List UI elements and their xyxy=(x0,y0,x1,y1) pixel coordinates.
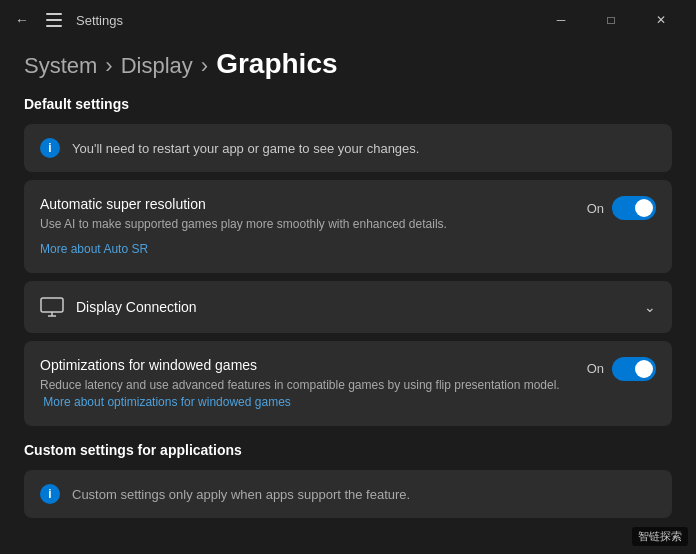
default-settings-title: Default settings xyxy=(24,96,672,112)
minimize-button[interactable]: ─ xyxy=(538,5,584,35)
windowed-games-toggle[interactable] xyxy=(612,357,656,381)
custom-info-icon: i xyxy=(40,484,60,504)
breadcrumb-sep1: › xyxy=(105,53,112,79)
title-bar-left: ← Settings xyxy=(12,10,123,30)
back-button[interactable]: ← xyxy=(12,10,32,30)
custom-settings-title: Custom settings for applications xyxy=(24,442,672,458)
auto-super-resolution-card: Automatic super resolution Use AI to mak… xyxy=(24,180,672,273)
windowed-games-link[interactable]: More about optimizations for windowed ga… xyxy=(43,395,290,409)
svg-rect-0 xyxy=(46,13,62,15)
auto-sr-toggle[interactable] xyxy=(612,196,656,220)
display-connection-left: Display Connection xyxy=(40,297,197,317)
info-card: i You'll need to restart your app or gam… xyxy=(24,124,672,172)
chevron-down-icon: ⌄ xyxy=(644,299,656,315)
info-icon: i xyxy=(40,138,60,158)
windowed-games-desc: Reduce latency and use advanced features… xyxy=(40,377,571,411)
main-content: Default settings i You'll need to restar… xyxy=(0,96,696,546)
svg-rect-3 xyxy=(41,298,63,312)
auto-sr-text: Automatic super resolution Use AI to mak… xyxy=(40,196,587,257)
windowed-games-card: Optimizations for windowed games Reduce … xyxy=(24,341,672,427)
custom-settings-info-card: i Custom settings only apply when apps s… xyxy=(24,470,672,518)
svg-rect-2 xyxy=(46,25,62,27)
breadcrumb-current: Graphics xyxy=(216,48,337,80)
custom-info-text: Custom settings only apply when apps sup… xyxy=(72,487,410,502)
breadcrumb-sep2: › xyxy=(201,53,208,79)
auto-sr-toggle-group: On xyxy=(587,196,656,220)
watermark: 智链探索 xyxy=(632,527,688,546)
windowed-games-toggle-group: On xyxy=(587,357,656,381)
svg-rect-1 xyxy=(46,19,62,21)
maximize-button[interactable]: □ xyxy=(588,5,634,35)
close-button[interactable]: ✕ xyxy=(638,5,684,35)
windowed-games-toggle-label: On xyxy=(587,361,604,376)
windowed-games-text: Optimizations for windowed games Reduce … xyxy=(40,357,587,411)
auto-sr-toggle-label: On xyxy=(587,201,604,216)
window-controls: ─ □ ✕ xyxy=(538,5,684,35)
windowed-games-title: Optimizations for windowed games xyxy=(40,357,571,373)
display-connection-title: Display Connection xyxy=(76,299,197,315)
auto-sr-link[interactable]: More about Auto SR xyxy=(40,242,148,256)
display-connection-card[interactable]: Display Connection ⌄ xyxy=(24,281,672,333)
display-connection-expand[interactable]: Display Connection ⌄ xyxy=(24,281,672,333)
breadcrumb-display[interactable]: Display xyxy=(121,53,193,79)
info-text: You'll need to restart your app or game … xyxy=(72,141,419,156)
hamburger-icon[interactable] xyxy=(44,10,64,30)
breadcrumb-system[interactable]: System xyxy=(24,53,97,79)
app-title: Settings xyxy=(76,13,123,28)
monitor-icon xyxy=(40,297,64,317)
auto-sr-title: Automatic super resolution xyxy=(40,196,571,212)
auto-sr-desc: Use AI to make supported games play more… xyxy=(40,216,571,233)
title-bar: ← Settings ─ □ ✕ xyxy=(0,0,696,40)
breadcrumb: System › Display › Graphics xyxy=(0,40,696,96)
